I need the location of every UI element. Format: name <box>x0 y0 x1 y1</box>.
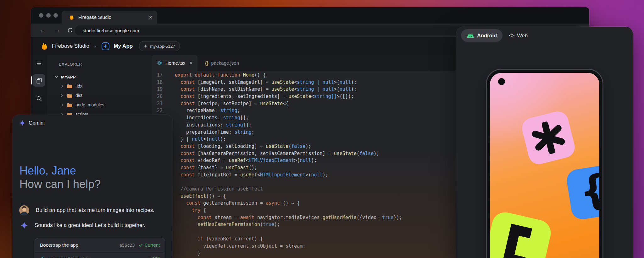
brace-glyph: { <box>576 169 599 213</box>
explorer-item-label: dist <box>75 93 82 98</box>
explorer-item-node-modules[interactable]: node_modules <box>47 100 152 110</box>
greeting-name: Hello, Jane <box>19 164 101 177</box>
react-icon <box>40 256 45 258</box>
status-label: Current <box>145 243 160 248</box>
explorer-title: EXPLORER <box>59 62 82 67</box>
json-icon: {} <box>205 61 208 66</box>
firebase-logo <box>40 42 48 50</box>
menu-button[interactable] <box>33 57 45 70</box>
react-icon <box>157 60 163 66</box>
phone-screen[interactable]: { <box>490 73 599 258</box>
desktop-background: Firebase Studio × ← → studio.firebase.go… <box>0 0 644 258</box>
spark-icon <box>144 44 147 48</box>
chevron-right-icon <box>60 94 64 97</box>
project-id: my-app-5127 <box>150 44 175 49</box>
phone-camera-hole <box>498 78 505 85</box>
status-badge: Current <box>139 243 160 248</box>
explorer-item-dist[interactable]: dist <box>47 91 152 100</box>
folder-icon <box>67 93 73 98</box>
assistant-message: Sounds like a great idea! Let's build it… <box>35 222 145 228</box>
folder-icon <box>67 84 73 89</box>
tab-close-icon[interactable]: × <box>189 60 192 66</box>
active-view-indicator <box>31 76 32 84</box>
explorer-root-folder[interactable]: MYAPP <box>55 72 76 82</box>
forward-icon[interactable]: → <box>54 27 60 34</box>
phone-mockup: { <box>487 70 602 258</box>
code-brackets-icon: <> <box>509 33 514 38</box>
chevron-right-icon <box>60 84 64 88</box>
browser-tab-title: Firebase Studio <box>78 14 145 20</box>
explorer-view-button[interactable] <box>33 74 45 87</box>
explorer-item--idx[interactable]: .idx <box>47 81 152 91</box>
explorer-tree-items: .idxdistnode_modulesscripts <box>47 81 152 119</box>
task-card[interactable]: Bootstrap the app a56c23 Current src/pag… <box>35 238 165 258</box>
android-icon <box>467 33 474 38</box>
gemini-greeting: Hello, Jane How can I help? <box>19 164 101 191</box>
window-control-close[interactable] <box>39 13 43 18</box>
diff-added-count: +122 <box>149 256 160 258</box>
hamburger-icon <box>36 61 42 66</box>
greeting-question: How can I help? <box>19 177 101 191</box>
editor-tab-home-tsx[interactable]: Home.tsx × <box>152 55 197 71</box>
green-bracket-tile <box>490 210 553 258</box>
web-toggle[interactable]: <> Web <box>509 33 528 39</box>
task-card-header: Bootstrap the app a56c23 Current <box>35 238 165 252</box>
android-toggle-label: Android <box>477 33 497 39</box>
window-control-zoom[interactable] <box>53 13 58 18</box>
user-avatar <box>19 205 29 215</box>
explorer-root-label: MYAPP <box>61 75 76 79</box>
gemini-header: Gemini <box>19 120 45 126</box>
tab-close-icon[interactable]: × <box>149 14 152 20</box>
editor-tab-package-json[interactable]: {} package.json <box>200 55 244 71</box>
back-icon[interactable]: ← <box>40 27 46 34</box>
check-icon <box>139 244 143 247</box>
chevron-right-icon <box>60 103 64 107</box>
task-title: Bootstrap the app <box>40 242 119 248</box>
user-message-row: Build an app that lets me turn images in… <box>19 205 166 215</box>
files-icon <box>36 78 42 83</box>
search-view-button[interactable] <box>33 92 45 105</box>
gemini-title: Gemini <box>29 120 45 126</box>
reload-icon[interactable] <box>67 27 73 33</box>
editor-tab-label: Home.tsx <box>165 60 185 66</box>
preview-target-toggles: Android <> Web <box>461 29 528 42</box>
browser-tab[interactable]: Firebase Studio × <box>62 11 157 24</box>
url-text: studio.firebase.google.com <box>83 28 139 33</box>
bracket-icon <box>496 222 539 258</box>
device-preview-panel: Android <> Web <box>456 27 633 258</box>
explorer-item-label: node_modules <box>75 102 104 107</box>
gemini-icon <box>19 120 25 126</box>
window-control-minimize[interactable] <box>46 13 51 18</box>
search-icon <box>36 96 42 102</box>
gemini-spark-icon <box>20 222 28 229</box>
project-id-badge[interactable]: my-app-5127 <box>139 41 180 51</box>
web-toggle-label: Web <box>517 33 528 39</box>
explorer-item-label: .idx <box>75 83 82 89</box>
asterisk-icon <box>529 118 568 158</box>
changed-file-row[interactable]: src/pages/Home.tsx +122 <box>35 252 165 258</box>
user-message: Build an app that lets me turn images in… <box>36 207 154 213</box>
project-name[interactable]: My App <box>114 43 133 49</box>
chevron-down-icon <box>55 75 58 79</box>
browser-tab-strip: Firebase Studio × <box>31 7 589 24</box>
commit-hash: a56c23 <box>119 243 135 248</box>
folder-icon <box>67 103 73 107</box>
assistant-message-row: Sounds like a great idea! Let's build it… <box>19 222 166 229</box>
pink-asterisk-tile <box>520 109 577 166</box>
editor-tab-label: package.json <box>211 60 239 66</box>
product-name[interactable]: Firebase Studio <box>52 43 89 49</box>
gemini-panel: Gemini Hello, Jane How can I help? Build… <box>12 115 173 258</box>
breadcrumb-separator: › <box>94 43 96 50</box>
changed-file-path: src/pages/Home.tsx <box>48 256 147 258</box>
android-toggle[interactable]: Android <box>461 29 502 42</box>
firebase-flame-icon <box>69 14 75 20</box>
app-prototype-icon <box>101 42 110 51</box>
blue-brace-tile: { <box>565 163 599 221</box>
